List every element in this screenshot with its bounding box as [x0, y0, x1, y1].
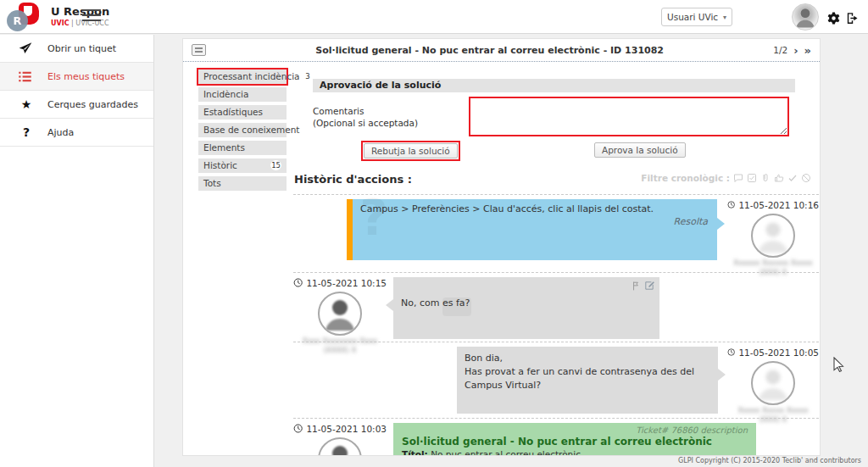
ticket-tabs: Processant incidència 3 Incidència Estad… [198, 69, 287, 194]
ticket-pager: 1/2 › » [773, 45, 811, 56]
timeline-item-followup: 11-05-2021 10:15 Xxxx Xxxxxxxx Xxxx (XXX… [293, 272, 819, 342]
filter-comment-icon[interactable] [733, 173, 743, 183]
settings-gear-icon[interactable] [826, 11, 841, 25]
question-watermark-icon: ? [359, 189, 388, 247]
tab-label: Incidència [203, 89, 248, 99]
timestamp: 11-05-2021 10:03 [293, 423, 387, 434]
ticket-list-icon[interactable] [192, 44, 206, 56]
followup-bubble: Bon dia, Has provat a fer un canvi de co… [457, 347, 718, 414]
filter-solution-icon[interactable] [787, 173, 798, 183]
user-avatar[interactable] [792, 3, 819, 31]
author-avatar [318, 292, 362, 336]
tab-elements[interactable]: Elements [198, 141, 287, 155]
ticket-description-bubble: Ticket# 76860 description Sol·licitud ge… [393, 423, 756, 456]
page-indicator: 1/2 [773, 45, 787, 55]
hamburger-menu-icon[interactable] [82, 9, 101, 25]
next-page-icon[interactable]: › [793, 45, 798, 56]
filter-validation-icon[interactable] [774, 173, 784, 183]
edit-icon[interactable] [644, 281, 654, 291]
author-avatar [751, 361, 795, 405]
last-page-icon[interactable]: » [804, 45, 811, 56]
tab-knowledge-base[interactable]: Base de coneixement [198, 123, 287, 137]
bubble-arrow [717, 218, 725, 230]
ticket-description-title: Sol·licitud general - No puc entrar al c… [402, 436, 748, 448]
comment-watermark-icon [442, 297, 471, 316]
ticket-card: Sol·licitud general - No puc entrar al c… [182, 38, 821, 456]
sidebar: Obrir un tiquet Els meus tiquets ★ Cerqu… [0, 35, 154, 467]
author-column: 11-05-2021 10:05 Xxxxx Xxxxx Xxxxx (XXX)… [727, 347, 819, 418]
sidebar-item-my-tickets[interactable]: Els meus tiquets [0, 63, 153, 91]
tab-statistics[interactable]: Estadístiques [198, 105, 287, 120]
urespon-logo-icon[interactable]: R [7, 3, 47, 31]
tab-label: Base de coneixement [203, 125, 299, 135]
sidebar-item-saved-searches[interactable]: ★ Cerques guardades [0, 91, 153, 119]
tab-all[interactable]: Tots [198, 176, 287, 191]
timestamp: 11-05-2021 10:16 [727, 199, 819, 210]
bubble-arrow [718, 369, 726, 381]
timeline-item-solution: ? Campus > Preferències > Clau d'accés, … [293, 194, 819, 272]
comments-label-line2: (Opcional si acceptada) [313, 117, 418, 129]
ticket-field-title: Títol: No puc entrar al correu electròni… [402, 449, 748, 456]
tab-processing-incident[interactable]: Processant incidència 3 [198, 69, 287, 84]
timestamp-text: 11-05-2021 10:03 [306, 424, 387, 434]
timestamp-text: 11-05-2021 10:16 [738, 200, 819, 210]
filter-document-icon[interactable] [760, 173, 771, 183]
comments-label-line1: Comentaris [313, 105, 418, 117]
clock-icon [727, 199, 735, 210]
logout-icon[interactable] [845, 11, 860, 25]
solution-text: Campus > Preferències > Clau d'accés, cl… [360, 203, 709, 214]
followup-text: No, com es fa? [401, 297, 652, 309]
tab-label: Processant incidència [203, 71, 300, 81]
tab-label: Elements [203, 142, 245, 153]
flag-icon[interactable] [632, 281, 640, 291]
history-heading: Històric d'accions : [294, 173, 412, 186]
ticket-ref: Ticket# 76860 description [402, 425, 748, 435]
tab-label: Estadístiques [203, 107, 263, 117]
clock-icon [293, 423, 303, 434]
sidebar-item-open-ticket[interactable]: Obrir un tiquet [0, 35, 153, 63]
pending-orange-bar [347, 199, 353, 260]
author-column: 11-05-2021 10:16 Xxxxxx Xxxxxx Xxxxx (XX… [727, 199, 819, 272]
author-avatar [318, 437, 362, 456]
followup-text-line1: Bon dia, [465, 352, 710, 365]
topbar: R U Respon UVIC | UVIC-UCC Usuari UVic ▾ [0, 0, 868, 34]
sidebar-item-label: Els meus tiquets [47, 71, 125, 82]
chronological-filter: Filtre cronològic : [641, 173, 811, 183]
list-icon [19, 71, 34, 82]
question-mark-icon: ? [19, 125, 34, 139]
author-column: 11-05-2021 10:03 [293, 423, 387, 456]
tab-incident[interactable]: Incidència [198, 87, 287, 102]
reject-solution-button[interactable]: Rebutja la solució [364, 143, 458, 158]
mouse-cursor [833, 357, 845, 372]
approve-solution-button[interactable]: Aprova la solució [594, 142, 686, 158]
followup-text-line2: Has provat a fer un canvi de contrasenya… [465, 365, 710, 392]
person-icon [793, 4, 818, 30]
user-profile-label: Usuari UVic [667, 12, 718, 22]
tab-label: Tots [203, 178, 221, 188]
timestamp-text: 11-05-2021 10:05 [738, 347, 819, 358]
comments-textarea[interactable] [469, 97, 789, 136]
ticket-card-header: Sol·licitud general - No puc entrar al c… [183, 39, 820, 62]
followup-bubble: No, com es fa? [393, 277, 659, 339]
bubble-actions [632, 281, 654, 291]
timeline-item-followup: Bon dia, Has provat a fer un canvi de co… [293, 342, 819, 418]
filter-reset-icon[interactable] [801, 173, 811, 183]
solution-status: Resolta [360, 216, 709, 227]
logo-r-circle: R [7, 10, 28, 31]
chevron-down-icon: ▾ [723, 14, 726, 21]
tab-history[interactable]: Històric 15 [198, 158, 287, 173]
clock-icon [727, 347, 735, 358]
sidebar-item-label: Ajuda [47, 127, 74, 138]
field-label: Títol: [402, 449, 428, 456]
comments-label: Comentaris (Opcional si acceptada) [313, 105, 418, 129]
action-history-timeline: ? Campus > Preferències > Clau d'accés, … [293, 194, 819, 456]
author-column: 11-05-2021 10:15 Xxxx Xxxxxxxx Xxxx (XXX… [293, 277, 387, 342]
user-profile-select[interactable]: Usuari UVic ▾ [661, 8, 732, 26]
timestamp: 11-05-2021 10:15 [293, 277, 387, 288]
filter-task-icon[interactable] [747, 173, 757, 183]
tab-label: Històric [203, 160, 237, 170]
tab-count-badge: 3 [303, 71, 313, 81]
sidebar-item-help[interactable]: ? Ajuda [0, 119, 153, 147]
filter-label: Filtre cronològic : [641, 173, 730, 183]
highlight-box-reject: Rebutja la solució [361, 141, 460, 161]
